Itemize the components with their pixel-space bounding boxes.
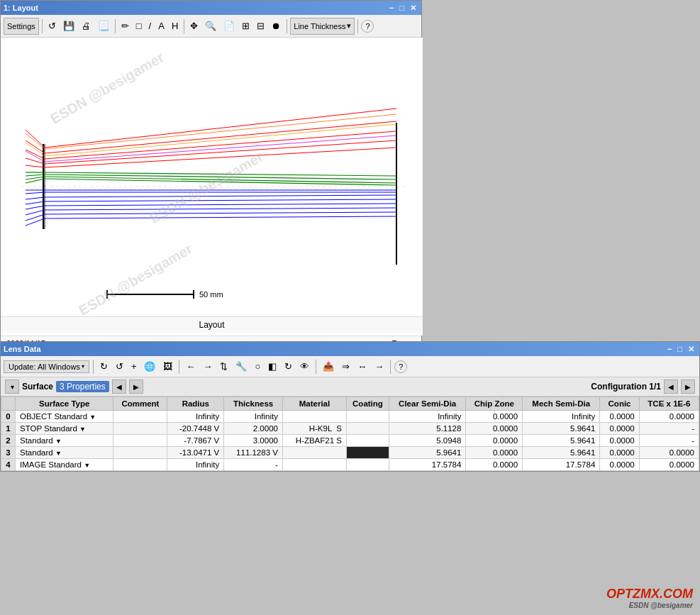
cell-tce-1[interactable]: -: [639, 423, 699, 435]
lens-tools-icon[interactable]: 🔧: [233, 359, 250, 374]
lens-arrow-left-icon[interactable]: ←: [183, 359, 198, 374]
cell-surface-type-4[interactable]: IMAGE Standard ▼: [16, 459, 113, 471]
cell-chip-zone-4[interactable]: 0.0000: [466, 459, 523, 471]
cell-chip-zone-1[interactable]: 0.0000: [466, 423, 523, 435]
cell-comment-2[interactable]: [113, 435, 167, 447]
zoom-icon[interactable]: 🔍: [202, 18, 219, 33]
lens-refresh2-icon[interactable]: ↺: [113, 359, 126, 374]
cell-radius-0[interactable]: Infinity: [167, 411, 224, 423]
restore-icon[interactable]: □: [397, 4, 406, 13]
cell-chip-zone-3[interactable]: 0.0000: [466, 447, 523, 459]
cell-surface-type-2[interactable]: Standard ▼: [16, 435, 113, 447]
cell-comment-0[interactable]: [113, 411, 167, 423]
lens-help-icon[interactable]: ?: [394, 360, 407, 373]
cell-mech-semi-dia-3[interactable]: 5.9641: [523, 447, 600, 459]
cell-conic-4[interactable]: 0.0000: [600, 459, 639, 471]
cell-surface-type-3[interactable]: Standard ▼: [16, 447, 113, 459]
update-button[interactable]: Update: All Windows ▾: [4, 360, 89, 373]
help-icon[interactable]: ?: [361, 20, 374, 33]
crosshair-icon[interactable]: ✥: [187, 18, 201, 33]
cell-clear-semi-dia-1[interactable]: 5.1128: [389, 423, 465, 435]
text-a-icon[interactable]: A: [155, 18, 167, 33]
next-surface-btn[interactable]: ▶: [129, 379, 143, 394]
surface-expand-btn[interactable]: ▾: [5, 379, 19, 394]
lens-minimize-icon[interactable]: −: [665, 345, 674, 354]
cell-mech-semi-dia-2[interactable]: 5.9641: [523, 435, 600, 447]
export-icon[interactable]: 📄: [221, 18, 238, 33]
lens-arrow-r1-icon[interactable]: ⇒: [339, 359, 352, 374]
lens-export-icon[interactable]: 📤: [320, 359, 337, 374]
close-icon[interactable]: ✕: [408, 4, 418, 13]
cell-conic-3[interactable]: 0.0000: [600, 447, 639, 459]
lens-arrow-right-icon[interactable]: →: [200, 359, 215, 374]
lens-img-icon[interactable]: 🖼: [160, 359, 175, 374]
cell-thickness-3[interactable]: 111.1283 V: [224, 447, 283, 459]
lens-restore-icon[interactable]: □: [675, 345, 684, 354]
cell-tce-0[interactable]: 0.0000: [639, 411, 699, 423]
record-icon[interactable]: ⏺: [269, 18, 284, 33]
lens-rotation-icon[interactable]: ↻: [282, 359, 295, 374]
line-icon[interactable]: /: [146, 18, 155, 33]
cell-comment-3[interactable]: [113, 447, 167, 459]
lens-arrow-r3-icon[interactable]: →: [372, 359, 387, 374]
print-icon[interactable]: 🖨: [79, 18, 94, 33]
cell-conic-2[interactable]: 0.0000: [600, 435, 639, 447]
cell-clear-semi-dia-4[interactable]: 17.5784: [389, 459, 465, 471]
cell-thickness-1[interactable]: 2.0000: [224, 423, 283, 435]
settings-button[interactable]: Settings: [4, 18, 39, 35]
cell-mech-semi-dia-4[interactable]: 17.5784: [523, 459, 600, 471]
lens-layers-icon[interactable]: 🌐: [141, 359, 158, 374]
cell-coating-1[interactable]: [346, 423, 389, 435]
cell-conic-1[interactable]: 0.0000: [600, 423, 639, 435]
text-icon[interactable]: 📃: [95, 18, 112, 33]
rectangle-icon[interactable]: □: [133, 18, 145, 33]
lens-add-icon[interactable]: +: [128, 359, 140, 374]
cell-material-0[interactable]: [282, 411, 346, 423]
cell-surface-type-0[interactable]: OBJECT Standard ▼: [16, 411, 113, 423]
cell-tce-4[interactable]: 0.0000: [639, 459, 699, 471]
lens-eye-icon[interactable]: 👁: [297, 359, 312, 374]
cell-radius-4[interactable]: Infinity: [167, 459, 224, 471]
hline-icon[interactable]: H: [169, 18, 181, 33]
cell-chip-zone-2[interactable]: 0.0000: [466, 435, 523, 447]
cell-coating-0[interactable]: [346, 411, 389, 423]
cell-coating-2[interactable]: [346, 435, 389, 447]
grid2-icon[interactable]: ⊟: [254, 18, 267, 33]
lens-arrow-r2-icon[interactable]: ↔: [355, 359, 370, 374]
cell-mech-semi-dia-0[interactable]: Infinity: [523, 411, 600, 423]
lens-surface-icon[interactable]: ◧: [265, 359, 279, 374]
prev-surface-btn[interactable]: ◀: [112, 379, 126, 394]
cell-clear-semi-dia-3[interactable]: 5.9641: [389, 447, 465, 459]
lens-move-icon[interactable]: ⇅: [217, 359, 230, 374]
cell-mech-semi-dia-1[interactable]: 5.9641: [523, 423, 600, 435]
cell-radius-1[interactable]: -20.7448 V: [167, 423, 224, 435]
cell-material-4[interactable]: [282, 459, 346, 471]
cell-chip-zone-0[interactable]: 0.0000: [466, 411, 523, 423]
pencil-icon[interactable]: ✏: [118, 18, 132, 33]
cell-surface-type-1[interactable]: STOP Standard ▼: [16, 423, 113, 435]
cell-coating-3[interactable]: [346, 447, 389, 459]
cell-tce-3[interactable]: 0.0000: [639, 447, 699, 459]
cell-comment-4[interactable]: [113, 459, 167, 471]
prev-config-btn[interactable]: ◀: [664, 379, 678, 394]
cell-material-1[interactable]: H-K9L S: [282, 423, 346, 435]
cell-radius-3[interactable]: -13.0471 V: [167, 447, 224, 459]
lens-close-icon[interactable]: ✕: [686, 345, 696, 354]
cell-material-2[interactable]: H-ZBAF21 S: [282, 435, 346, 447]
cell-comment-1[interactable]: [113, 423, 167, 435]
refresh-icon[interactable]: ↺: [45, 18, 59, 33]
line-thickness-button[interactable]: Line Thickness ▾: [290, 18, 355, 35]
cell-tce-2[interactable]: -: [639, 435, 699, 447]
save-icon[interactable]: 💾: [60, 18, 77, 33]
minimize-icon[interactable]: −: [387, 4, 396, 13]
lens-refresh-icon[interactable]: ↻: [97, 359, 111, 374]
cell-conic-0[interactable]: 0.0000: [600, 411, 639, 423]
cell-thickness-0[interactable]: Infinity: [224, 411, 283, 423]
grid-icon[interactable]: ⊞: [239, 18, 252, 33]
next-config-btn[interactable]: ▶: [681, 379, 695, 394]
cell-thickness-2[interactable]: 3.0000: [224, 435, 283, 447]
cell-material-3[interactable]: [282, 447, 346, 459]
cell-radius-2[interactable]: -7.7867 V: [167, 435, 224, 447]
cell-clear-semi-dia-0[interactable]: Infinity: [389, 411, 465, 423]
lens-circle-icon[interactable]: ○: [252, 359, 263, 374]
